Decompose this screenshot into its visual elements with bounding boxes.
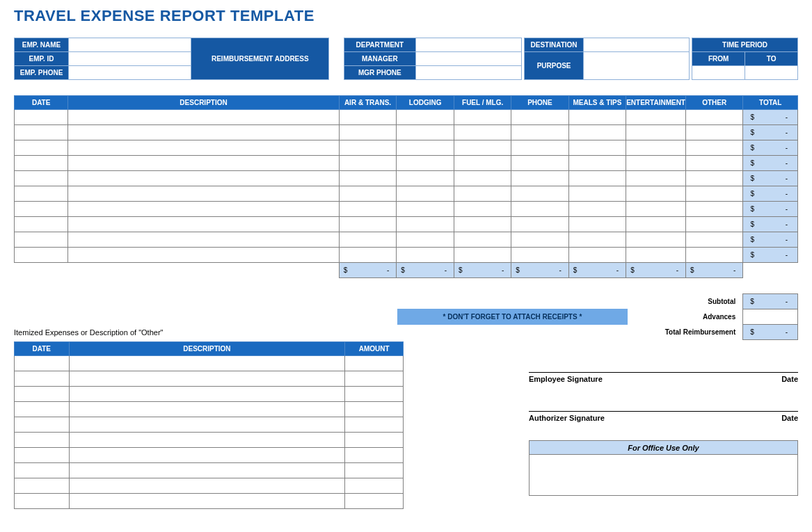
label-emp-id: EMP. ID bbox=[15, 52, 69, 66]
label-mgr-phone: MGR PHONE bbox=[344, 66, 415, 80]
input-mgr-phone[interactable] bbox=[416, 66, 522, 80]
item-col-amount: AMOUNT bbox=[345, 341, 404, 355]
row-total: $- bbox=[743, 248, 798, 263]
table-row bbox=[15, 417, 404, 432]
colsum-fuel: $- bbox=[454, 263, 511, 278]
col-air: AIR & TRANS. bbox=[339, 96, 397, 110]
label-emp-name: EMP. NAME bbox=[15, 38, 69, 52]
office-use-body[interactable] bbox=[530, 455, 797, 495]
label-from: FROM bbox=[692, 52, 745, 66]
label-to: TO bbox=[745, 52, 798, 66]
label-employee-signature: Employee Signature bbox=[529, 375, 603, 383]
colsum-lodging: $- bbox=[397, 263, 454, 278]
table-row: $- bbox=[15, 140, 798, 156]
table-row bbox=[15, 401, 404, 417]
label-subtotal: Subtotal bbox=[627, 293, 742, 309]
table-row: $- bbox=[15, 232, 798, 248]
colsum-other: $- bbox=[685, 263, 742, 278]
table-row: $- bbox=[15, 171, 798, 186]
col-lodging: LODGING bbox=[397, 96, 454, 110]
table-row bbox=[15, 371, 404, 386]
row-total: $- bbox=[743, 125, 798, 140]
col-other: OTHER bbox=[685, 96, 742, 110]
label-purpose: PURPOSE bbox=[524, 52, 584, 80]
col-fuel: FUEL / MLG. bbox=[454, 96, 511, 110]
label-authorizer-signature: Authorizer Signature bbox=[529, 414, 605, 422]
input-manager[interactable] bbox=[416, 52, 522, 66]
expense-table: DATE DESCRIPTION AIR & TRANS. LODGING FU… bbox=[14, 95, 798, 278]
item-col-description: DESCRIPTION bbox=[69, 341, 345, 355]
table-row: $- bbox=[15, 186, 798, 202]
label-emp-phone: EMP. PHONE bbox=[15, 66, 69, 80]
subtotal-value: $- bbox=[743, 293, 798, 309]
input-emp-id[interactable] bbox=[69, 52, 191, 66]
label-destination: DESTINATION bbox=[524, 38, 584, 52]
total-reimb-value: $- bbox=[743, 324, 798, 339]
row-total: $- bbox=[743, 110, 798, 125]
col-date: DATE bbox=[15, 96, 68, 110]
table-row bbox=[15, 432, 404, 447]
col-total: TOTAL bbox=[743, 96, 798, 110]
itemized-table: DATE DESCRIPTION AMOUNT bbox=[14, 341, 404, 509]
receipts-note: * DON'T FORGET TO ATTACH RECEIPTS * bbox=[397, 309, 627, 324]
table-row: $- bbox=[15, 202, 798, 217]
table-row bbox=[15, 462, 404, 478]
col-meals: MEALS & TIPS bbox=[568, 96, 626, 110]
office-use-box: For Office Use Only bbox=[529, 440, 798, 496]
office-use-header: For Office Use Only bbox=[530, 441, 797, 455]
table-row bbox=[15, 447, 404, 462]
input-department[interactable] bbox=[416, 38, 522, 52]
col-description: DESCRIPTION bbox=[68, 96, 339, 110]
input-emp-phone[interactable] bbox=[69, 66, 191, 80]
row-total: $- bbox=[743, 171, 798, 186]
colsum-entertainment: $- bbox=[626, 263, 686, 278]
colsum-air: $- bbox=[339, 263, 397, 278]
col-entertainment: ENTERTAINMENT bbox=[626, 96, 686, 110]
page-title: TRAVEL EXPENSE REPORT TEMPLATE bbox=[14, 7, 798, 25]
summary-table: Subtotal $- * DON'T FORGET TO ATTACH REC… bbox=[14, 278, 798, 340]
label-date-1: Date bbox=[781, 375, 798, 383]
table-row: $- bbox=[15, 125, 798, 140]
input-emp-name[interactable] bbox=[69, 38, 191, 52]
colsum-phone: $- bbox=[511, 263, 568, 278]
advances-value[interactable] bbox=[743, 309, 798, 324]
label-advances: Advances bbox=[627, 309, 742, 324]
table-row bbox=[15, 386, 404, 401]
item-col-date: DATE bbox=[15, 341, 70, 355]
label-reimb-addr: REIMBURSEMENT ADDRESS bbox=[191, 38, 329, 80]
row-total: $- bbox=[743, 186, 798, 202]
employee-info-table: EMP. NAME REIMBURSEMENT ADDRESS DEPARTME… bbox=[14, 38, 798, 80]
table-row bbox=[15, 478, 404, 493]
row-total: $- bbox=[743, 140, 798, 156]
label-department: DEPARTMENT bbox=[344, 38, 415, 52]
itemized-label: Itemized Expenses or Description of "Oth… bbox=[14, 328, 627, 337]
input-purpose[interactable] bbox=[584, 52, 690, 80]
table-row: $- bbox=[15, 217, 798, 232]
label-date-2: Date bbox=[781, 414, 798, 422]
input-destination[interactable] bbox=[584, 38, 690, 52]
table-row: $- bbox=[15, 248, 798, 263]
label-total-reimb: Total Reimbursement bbox=[627, 324, 742, 339]
row-total: $- bbox=[743, 217, 798, 232]
table-row bbox=[15, 355, 404, 371]
row-total: $- bbox=[743, 156, 798, 171]
label-time-period: TIME PERIOD bbox=[692, 38, 798, 52]
col-phone: PHONE bbox=[511, 96, 568, 110]
input-from[interactable] bbox=[692, 66, 745, 80]
label-manager: MANAGER bbox=[344, 52, 415, 66]
row-total: $- bbox=[743, 202, 798, 217]
input-to[interactable] bbox=[745, 66, 798, 80]
table-row: $- bbox=[15, 110, 798, 125]
column-sums-row: $- $- $- $- $- $- $- bbox=[15, 263, 798, 278]
colsum-meals: $- bbox=[568, 263, 626, 278]
table-row: $- bbox=[15, 156, 798, 171]
table-row bbox=[15, 493, 404, 508]
row-total: $- bbox=[743, 232, 798, 248]
